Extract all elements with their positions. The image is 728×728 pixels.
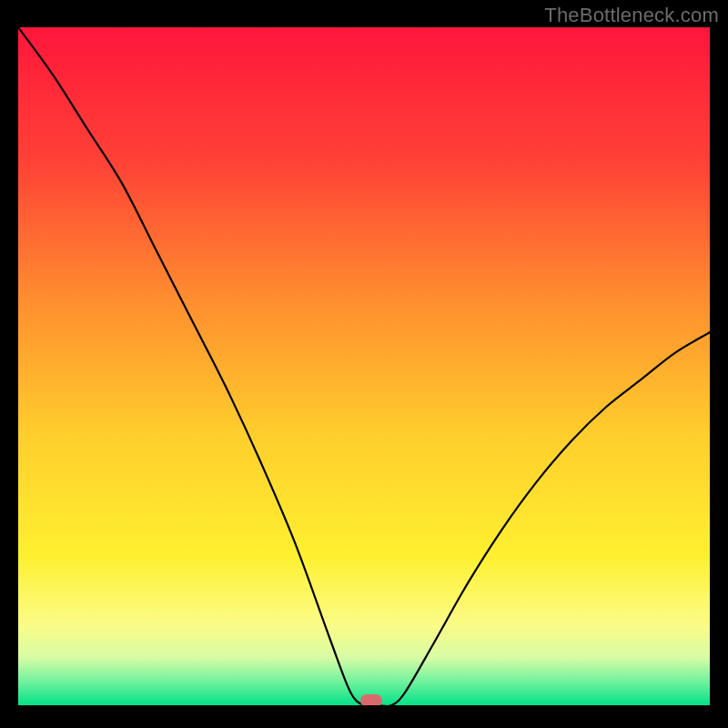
plot-area <box>18 27 710 705</box>
watermark-text: TheBottleneck.com <box>544 4 719 27</box>
chart-frame: TheBottleneck.com <box>0 0 728 728</box>
optimal-point-marker <box>360 694 382 705</box>
bottleneck-curve <box>18 27 710 705</box>
